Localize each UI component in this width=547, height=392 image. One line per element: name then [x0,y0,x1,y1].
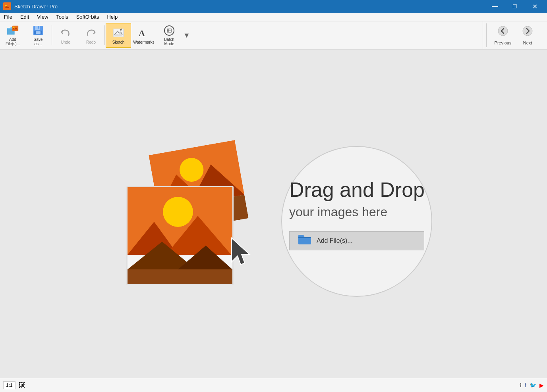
menu-edit[interactable]: Edit [16,13,33,21]
status-left: 1:1 🖼 [3,381,25,389]
add-files-icon [6,25,19,37]
add-files-button[interactable]: AddFile(s)... [0,23,25,48]
add-files-main-button[interactable]: Add File(s)... [289,231,424,250]
add-files-label: AddFile(s)... [6,37,20,46]
save-as-label: Saveas... [34,37,43,46]
image-card-front [126,186,234,285]
expand-icon: ▼ [183,31,190,40]
menu-help[interactable]: Help [103,13,122,21]
previous-button[interactable]: Previous [491,23,514,48]
batch-mode-label: BatchMode [164,37,174,46]
drag-drop-subtitle: your images here [289,205,425,219]
twitter-icon[interactable]: 🐦 [530,382,536,388]
add-files-main-label: Add File(s)... [317,237,353,244]
app-title: Sketch Drawer Pro [14,4,58,10]
svg-text:A: A [139,28,145,38]
next-button[interactable]: Next [516,23,539,48]
svg-point-22 [523,26,532,36]
batch-mode-button[interactable]: BatchMode [157,23,182,48]
drag-drop-title: Drag and Drop [289,178,425,202]
menu-tools[interactable]: Tools [52,13,72,21]
undo-button[interactable]: Undo [53,23,78,48]
cursor-illustration [230,236,253,269]
status-right: ℹ f 🐦 ▶ [520,382,544,388]
svg-point-4 [13,27,15,28]
image-stack [114,146,265,281]
image-icon: 🖼 [19,382,25,389]
menu-softorbits[interactable]: SoftOrbits [72,13,103,21]
watermarks-icon: A [137,27,150,39]
close-button[interactable]: ✕ [526,0,544,13]
sketch-label: Sketch [112,40,125,44]
svg-text:A: A [120,28,122,31]
svg-rect-37 [128,269,232,284]
dnd-text-area: Drag and Drop your images here Add File(… [281,166,433,262]
info-icon: ℹ [520,382,522,388]
facebook-icon[interactable]: f [525,382,526,388]
svg-point-1 [5,5,7,6]
undo-icon [59,27,72,39]
nav-buttons: Previous Next [483,21,539,49]
expand-toolbar-button[interactable]: ▼ [182,23,191,48]
svg-point-21 [498,26,508,36]
app-icon [3,2,11,10]
menu-file[interactable]: File [0,13,16,21]
redo-icon [85,27,97,39]
svg-marker-38 [232,238,249,265]
next-label: Next [523,40,532,45]
folder-icon [298,233,312,248]
svg-point-18 [164,26,174,35]
sketch-icon: A [112,27,125,39]
redo-button[interactable]: Redo [78,23,104,48]
previous-label: Previous [495,40,512,45]
svg-rect-0 [4,4,10,9]
save-as-button[interactable]: Saveas... [25,23,51,48]
maximize-button[interactable]: □ [506,0,524,13]
batch-mode-icon [163,25,176,37]
watermarks-label: Watermarks [133,40,155,44]
title-bar-controls: — □ ✕ [486,0,544,13]
nav-divider [486,23,487,47]
minimize-button[interactable]: — [486,0,504,13]
watermarks-button[interactable]: A Watermarks [131,23,157,48]
sketch-button[interactable]: A Sketch [106,23,131,48]
toolbar-divider-1 [52,25,52,45]
youtube-icon[interactable]: ▶ [539,382,544,388]
menu-bar: File Edit View Tools SoftOrbits Help [0,13,547,21]
svg-rect-7 [38,26,39,29]
svg-point-32 [163,197,193,227]
main-area[interactable]: Drag and Drop your images here Add File(… [0,50,547,378]
menu-view[interactable]: View [33,13,52,21]
redo-label: Redo [86,40,96,44]
svg-rect-9 [36,31,41,34]
title-bar: Sketch Drawer Pro — □ ✕ [0,0,547,13]
undo-label: Undo [61,40,70,44]
save-icon [32,25,44,37]
previous-icon [497,25,508,39]
toolbar: AddFile(s)... Saveas... Undo [0,21,547,50]
next-icon [522,25,533,39]
zoom-level: 1:1 [3,381,15,389]
title-bar-left: Sketch Drawer Pro [3,2,58,10]
toolbar-divider-2 [104,25,105,45]
drop-zone[interactable]: Drag and Drop your images here Add File(… [114,146,433,281]
status-bar: 1:1 🖼 ℹ f 🐦 ▶ [0,378,547,392]
